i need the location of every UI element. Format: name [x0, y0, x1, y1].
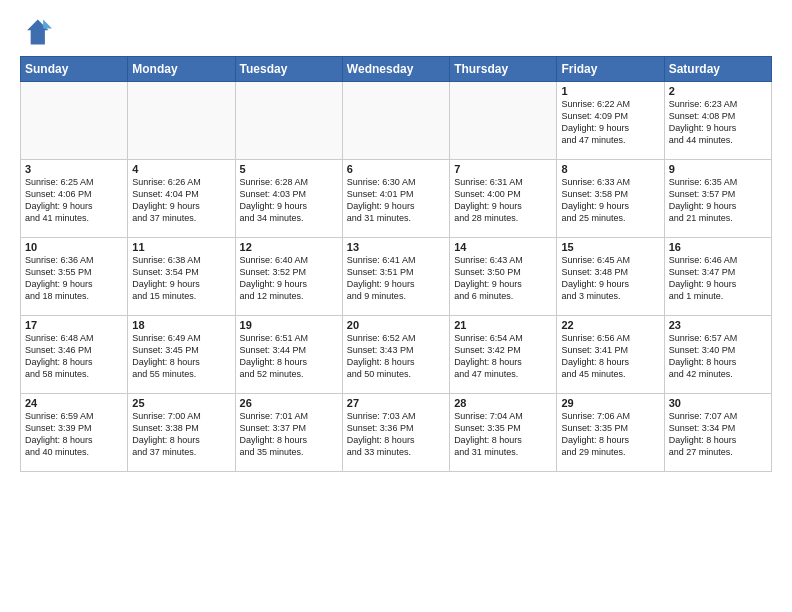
day-info: Sunrise: 7:03 AM Sunset: 3:36 PM Dayligh… [347, 410, 445, 459]
calendar-cell: 25Sunrise: 7:00 AM Sunset: 3:38 PM Dayli… [128, 394, 235, 472]
calendar-cell: 29Sunrise: 7:06 AM Sunset: 3:35 PM Dayli… [557, 394, 664, 472]
calendar-cell: 2Sunrise: 6:23 AM Sunset: 4:08 PM Daylig… [664, 82, 771, 160]
calendar-cell: 7Sunrise: 6:31 AM Sunset: 4:00 PM Daylig… [450, 160, 557, 238]
calendar-cell: 6Sunrise: 6:30 AM Sunset: 4:01 PM Daylig… [342, 160, 449, 238]
day-number: 12 [240, 241, 338, 253]
calendar-cell: 9Sunrise: 6:35 AM Sunset: 3:57 PM Daylig… [664, 160, 771, 238]
day-number: 17 [25, 319, 123, 331]
day-number: 3 [25, 163, 123, 175]
day-info: Sunrise: 6:31 AM Sunset: 4:00 PM Dayligh… [454, 176, 552, 225]
calendar-cell: 13Sunrise: 6:41 AM Sunset: 3:51 PM Dayli… [342, 238, 449, 316]
calendar-cell: 17Sunrise: 6:48 AM Sunset: 3:46 PM Dayli… [21, 316, 128, 394]
calendar-cell [128, 82, 235, 160]
day-number: 27 [347, 397, 445, 409]
calendar-cell [342, 82, 449, 160]
day-info: Sunrise: 7:00 AM Sunset: 3:38 PM Dayligh… [132, 410, 230, 459]
day-number: 11 [132, 241, 230, 253]
weekday-header-friday: Friday [557, 57, 664, 82]
calendar-cell: 22Sunrise: 6:56 AM Sunset: 3:41 PM Dayli… [557, 316, 664, 394]
day-info: Sunrise: 6:52 AM Sunset: 3:43 PM Dayligh… [347, 332, 445, 381]
day-number: 30 [669, 397, 767, 409]
calendar-cell: 12Sunrise: 6:40 AM Sunset: 3:52 PM Dayli… [235, 238, 342, 316]
calendar-cell [21, 82, 128, 160]
day-info: Sunrise: 6:46 AM Sunset: 3:47 PM Dayligh… [669, 254, 767, 303]
day-number: 9 [669, 163, 767, 175]
header [20, 16, 772, 48]
day-info: Sunrise: 6:49 AM Sunset: 3:45 PM Dayligh… [132, 332, 230, 381]
day-info: Sunrise: 6:28 AM Sunset: 4:03 PM Dayligh… [240, 176, 338, 225]
week-row-4: 24Sunrise: 6:59 AM Sunset: 3:39 PM Dayli… [21, 394, 772, 472]
day-number: 5 [240, 163, 338, 175]
calendar-cell: 3Sunrise: 6:25 AM Sunset: 4:06 PM Daylig… [21, 160, 128, 238]
calendar-cell: 23Sunrise: 6:57 AM Sunset: 3:40 PM Dayli… [664, 316, 771, 394]
logo-icon [20, 16, 52, 48]
week-row-3: 17Sunrise: 6:48 AM Sunset: 3:46 PM Dayli… [21, 316, 772, 394]
calendar-cell: 4Sunrise: 6:26 AM Sunset: 4:04 PM Daylig… [128, 160, 235, 238]
day-info: Sunrise: 6:30 AM Sunset: 4:01 PM Dayligh… [347, 176, 445, 225]
day-number: 23 [669, 319, 767, 331]
day-info: Sunrise: 6:22 AM Sunset: 4:09 PM Dayligh… [561, 98, 659, 147]
day-info: Sunrise: 7:07 AM Sunset: 3:34 PM Dayligh… [669, 410, 767, 459]
calendar-cell: 8Sunrise: 6:33 AM Sunset: 3:58 PM Daylig… [557, 160, 664, 238]
calendar-cell: 10Sunrise: 6:36 AM Sunset: 3:55 PM Dayli… [21, 238, 128, 316]
calendar-cell: 18Sunrise: 6:49 AM Sunset: 3:45 PM Dayli… [128, 316, 235, 394]
day-info: Sunrise: 6:25 AM Sunset: 4:06 PM Dayligh… [25, 176, 123, 225]
day-number: 13 [347, 241, 445, 253]
day-number: 24 [25, 397, 123, 409]
logo [20, 16, 56, 48]
calendar-cell: 11Sunrise: 6:38 AM Sunset: 3:54 PM Dayli… [128, 238, 235, 316]
day-info: Sunrise: 6:33 AM Sunset: 3:58 PM Dayligh… [561, 176, 659, 225]
day-number: 21 [454, 319, 552, 331]
day-number: 18 [132, 319, 230, 331]
day-number: 22 [561, 319, 659, 331]
calendar-cell: 28Sunrise: 7:04 AM Sunset: 3:35 PM Dayli… [450, 394, 557, 472]
day-info: Sunrise: 6:38 AM Sunset: 3:54 PM Dayligh… [132, 254, 230, 303]
page: SundayMondayTuesdayWednesdayThursdayFrid… [0, 0, 792, 482]
day-info: Sunrise: 6:54 AM Sunset: 3:42 PM Dayligh… [454, 332, 552, 381]
calendar-cell: 30Sunrise: 7:07 AM Sunset: 3:34 PM Dayli… [664, 394, 771, 472]
day-number: 16 [669, 241, 767, 253]
day-info: Sunrise: 7:01 AM Sunset: 3:37 PM Dayligh… [240, 410, 338, 459]
weekday-header-wednesday: Wednesday [342, 57, 449, 82]
calendar-cell: 5Sunrise: 6:28 AM Sunset: 4:03 PM Daylig… [235, 160, 342, 238]
calendar-cell: 14Sunrise: 6:43 AM Sunset: 3:50 PM Dayli… [450, 238, 557, 316]
day-number: 25 [132, 397, 230, 409]
day-info: Sunrise: 6:35 AM Sunset: 3:57 PM Dayligh… [669, 176, 767, 225]
calendar-cell [235, 82, 342, 160]
week-row-0: 1Sunrise: 6:22 AM Sunset: 4:09 PM Daylig… [21, 82, 772, 160]
day-info: Sunrise: 6:40 AM Sunset: 3:52 PM Dayligh… [240, 254, 338, 303]
day-number: 15 [561, 241, 659, 253]
calendar-cell: 20Sunrise: 6:52 AM Sunset: 3:43 PM Dayli… [342, 316, 449, 394]
day-number: 2 [669, 85, 767, 97]
day-info: Sunrise: 7:06 AM Sunset: 3:35 PM Dayligh… [561, 410, 659, 459]
day-number: 7 [454, 163, 552, 175]
weekday-header-saturday: Saturday [664, 57, 771, 82]
weekday-header-tuesday: Tuesday [235, 57, 342, 82]
day-info: Sunrise: 6:51 AM Sunset: 3:44 PM Dayligh… [240, 332, 338, 381]
day-info: Sunrise: 6:36 AM Sunset: 3:55 PM Dayligh… [25, 254, 123, 303]
day-number: 19 [240, 319, 338, 331]
day-number: 29 [561, 397, 659, 409]
calendar-cell: 26Sunrise: 7:01 AM Sunset: 3:37 PM Dayli… [235, 394, 342, 472]
day-info: Sunrise: 6:26 AM Sunset: 4:04 PM Dayligh… [132, 176, 230, 225]
day-number: 1 [561, 85, 659, 97]
calendar-cell [450, 82, 557, 160]
day-number: 10 [25, 241, 123, 253]
day-info: Sunrise: 6:56 AM Sunset: 3:41 PM Dayligh… [561, 332, 659, 381]
day-number: 4 [132, 163, 230, 175]
day-info: Sunrise: 7:04 AM Sunset: 3:35 PM Dayligh… [454, 410, 552, 459]
day-number: 8 [561, 163, 659, 175]
calendar-table: SundayMondayTuesdayWednesdayThursdayFrid… [20, 56, 772, 472]
day-number: 26 [240, 397, 338, 409]
day-info: Sunrise: 6:23 AM Sunset: 4:08 PM Dayligh… [669, 98, 767, 147]
calendar-cell: 1Sunrise: 6:22 AM Sunset: 4:09 PM Daylig… [557, 82, 664, 160]
calendar-cell: 27Sunrise: 7:03 AM Sunset: 3:36 PM Dayli… [342, 394, 449, 472]
calendar-cell: 21Sunrise: 6:54 AM Sunset: 3:42 PM Dayli… [450, 316, 557, 394]
day-number: 28 [454, 397, 552, 409]
day-number: 14 [454, 241, 552, 253]
day-info: Sunrise: 6:48 AM Sunset: 3:46 PM Dayligh… [25, 332, 123, 381]
day-info: Sunrise: 6:59 AM Sunset: 3:39 PM Dayligh… [25, 410, 123, 459]
day-info: Sunrise: 6:57 AM Sunset: 3:40 PM Dayligh… [669, 332, 767, 381]
day-info: Sunrise: 6:45 AM Sunset: 3:48 PM Dayligh… [561, 254, 659, 303]
day-number: 20 [347, 319, 445, 331]
